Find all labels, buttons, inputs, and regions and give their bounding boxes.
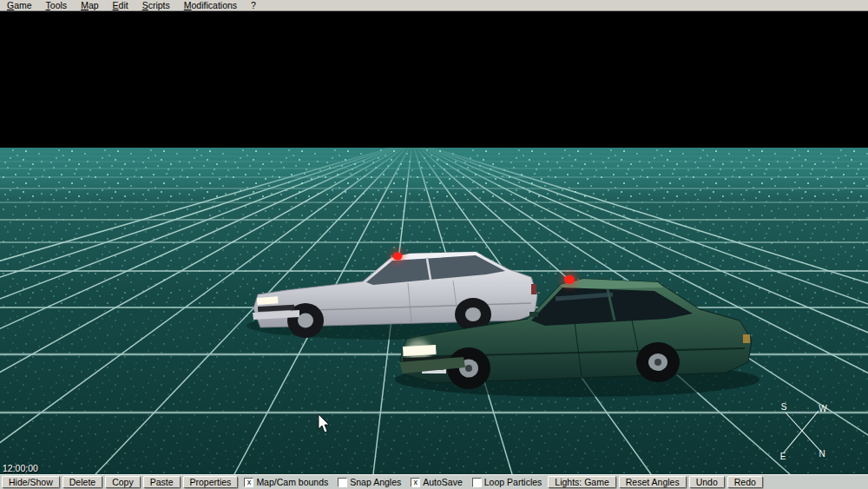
car-white-beacon-light — [393, 253, 403, 261]
map-cam-bounds-group: x Map/Cam bounds — [240, 476, 332, 489]
map-cam-bounds-checkbox[interactable]: x — [244, 478, 253, 487]
ground-speckle-near-horizon — [0, 148, 868, 200]
compass-north: N — [819, 449, 825, 459]
car-white-headlight — [257, 296, 278, 305]
compass-west: W — [819, 404, 827, 413]
menu-game[interactable]: Game — [0, 0, 39, 10]
game-clock: 12:00:00 — [3, 463, 38, 473]
scene-canvas[interactable]: S W E N — [0, 11, 868, 474]
car-green-rear-hub-center — [654, 359, 661, 366]
menu-scripts[interactable]: Scripts — [135, 0, 177, 10]
lights-mode-button[interactable]: Lights: Game — [548, 476, 615, 488]
menu-map[interactable]: Map — [74, 0, 105, 10]
menu-help[interactable]: ? — [244, 0, 263, 10]
loop-particles-checkbox[interactable] — [472, 478, 482, 487]
bottom-toolbar: Hide/Show Delete Copy Paste Properties x… — [0, 474, 868, 489]
paste-button[interactable]: Paste — [143, 476, 181, 488]
car-white-front-hub — [298, 314, 313, 328]
properties-button[interactable]: Properties — [183, 476, 239, 488]
undo-button[interactable]: Undo — [689, 476, 725, 488]
snap-angles-group: Snap Angles — [334, 476, 404, 489]
menu-tools[interactable]: Tools — [39, 0, 75, 10]
autosave-label: AutoSave — [423, 476, 463, 489]
menu-modifications[interactable]: Modifications — [177, 0, 244, 10]
car-green-corner-light — [743, 334, 750, 343]
loop-particles-label: Loop Particles — [484, 476, 542, 489]
autosave-group: x AutoSave — [407, 476, 466, 489]
compass-south: S — [781, 402, 787, 412]
car-green-beacon-light — [564, 275, 575, 284]
menu-bar: Game Tools Map Edit Scripts Modification… — [0, 0, 868, 11]
delete-button[interactable]: Delete — [62, 476, 102, 488]
snap-angles-checkbox[interactable] — [338, 478, 347, 487]
car-green-mirror — [529, 312, 538, 317]
car-white-rear-hub — [465, 307, 481, 321]
hide-show-button[interactable]: Hide/Show — [2, 476, 60, 488]
reset-angles-button[interactable]: Reset Angles — [619, 476, 687, 488]
autosave-checkbox[interactable]: x — [411, 478, 420, 487]
copy-button[interactable]: Copy — [105, 476, 141, 488]
car-green-headlight — [403, 345, 437, 356]
map-cam-bounds-label: Map/Cam bounds — [256, 476, 328, 489]
compass-east: E — [780, 452, 786, 461]
snap-angles-label: Snap Angles — [350, 476, 401, 489]
loop-particles-group: Loop Particles — [469, 476, 546, 489]
car-green-front-hub-center — [465, 365, 472, 372]
3d-viewport[interactable]: S W E N 12:00:00 — [0, 11, 868, 474]
redo-button[interactable]: Redo — [727, 476, 763, 488]
sky — [0, 11, 868, 148]
car-white-taillight — [531, 284, 536, 294]
menu-edit[interactable]: Edit — [106, 0, 135, 10]
